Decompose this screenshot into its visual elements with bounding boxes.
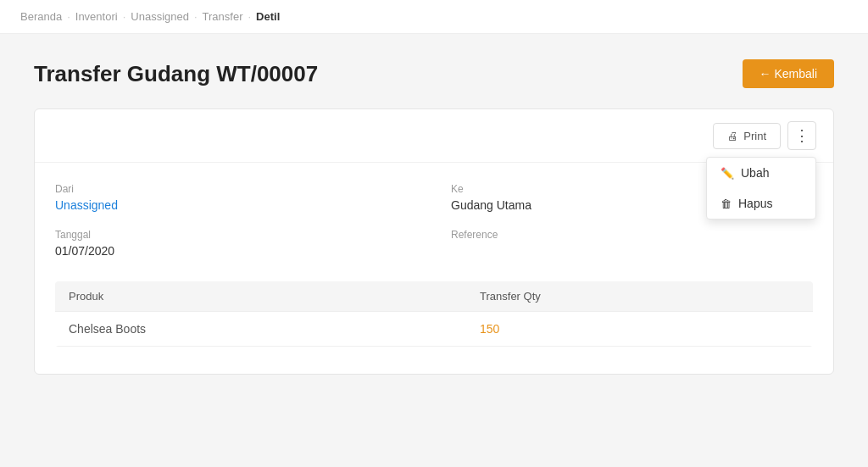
dari-value[interactable]: Unassigned: [55, 198, 417, 212]
main-content: Transfer Gudang WT/00007 ← Kembali 🖨 Pri…: [0, 34, 868, 400]
breadcrumb-sep-3: ·: [194, 10, 198, 23]
col-produk: Produk: [55, 281, 466, 312]
cell-produk: Chelsea Boots: [55, 312, 466, 347]
field-reference: Reference: [451, 229, 813, 258]
page-header: Transfer Gudang WT/00007 ← Kembali: [34, 59, 834, 88]
more-dots-icon: ⋮: [794, 126, 810, 145]
detail-card: 🖨 Print ⋮ ✏️ Ubah 🗑 Hapus: [34, 108, 834, 375]
ubah-menu-item[interactable]: ✏️ Ubah: [707, 158, 815, 188]
breadcrumb-inventori[interactable]: Inventori: [75, 10, 118, 23]
breadcrumb-unassigned[interactable]: Unassigned: [131, 10, 189, 23]
table-header-row: Produk Transfer Qty: [55, 281, 813, 312]
field-dari: Dari Unassigned: [55, 183, 417, 212]
breadcrumb-sep-4: ·: [248, 10, 251, 23]
dropdown-menu: ✏️ Ubah 🗑 Hapus: [706, 157, 816, 220]
print-button[interactable]: 🖨 Print: [713, 123, 781, 149]
ubah-label: Ubah: [741, 166, 769, 180]
card-toolbar: 🖨 Print ⋮ ✏️ Ubah 🗑 Hapus: [35, 109, 833, 163]
print-label: Print: [743, 130, 766, 142]
trash-icon: 🗑: [721, 197, 732, 210]
dari-label: Dari: [55, 183, 417, 195]
tanggal-label: Tanggal: [55, 229, 417, 241]
hapus-menu-item[interactable]: 🗑 Hapus: [707, 188, 815, 219]
more-button[interactable]: ⋮: [787, 121, 816, 150]
breadcrumb-sep-2: ·: [123, 10, 126, 23]
products-table: Produk Transfer Qty Chelsea Boots150: [55, 281, 813, 347]
breadcrumb-sep-1: ·: [67, 10, 70, 23]
page-title: Transfer Gudang WT/00007: [34, 61, 318, 87]
breadcrumb-detil: Detil: [256, 10, 280, 23]
hapus-label: Hapus: [738, 197, 772, 210]
tanggal-value: 01/07/2020: [55, 244, 417, 258]
print-icon: 🖨: [727, 130, 738, 142]
breadcrumb-beranda[interactable]: Beranda: [20, 10, 62, 23]
reference-label[interactable]: Reference: [451, 229, 813, 241]
col-transfer-qty: Transfer Qty: [466, 281, 813, 312]
edit-icon: ✏️: [721, 167, 734, 180]
cell-transfer-qty: 150: [466, 312, 813, 347]
more-menu-wrapper: ⋮ ✏️ Ubah 🗑 Hapus: [787, 121, 816, 150]
breadcrumb: Beranda · Inventori · Unassigned · Trans…: [0, 0, 868, 34]
field-tanggal: Tanggal 01/07/2020: [55, 229, 417, 258]
breadcrumb-transfer[interactable]: Transfer: [203, 10, 243, 23]
back-button[interactable]: ← Kembali: [743, 59, 834, 88]
table-row: Chelsea Boots150: [55, 312, 813, 347]
fields-grid: Dari Unassigned Ke Gudang Utama Tanggal …: [55, 183, 813, 258]
